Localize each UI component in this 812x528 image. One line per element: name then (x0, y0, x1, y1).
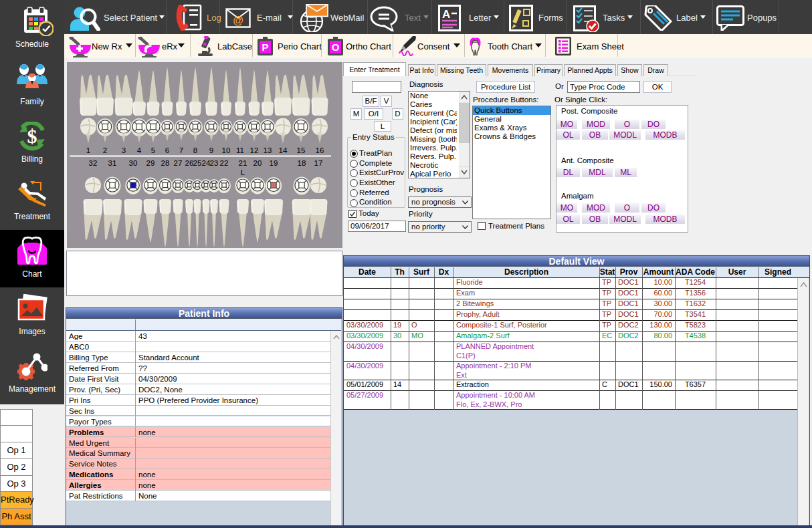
svg-text:17: 17 (314, 159, 323, 167)
svg-text:13: 13 (264, 146, 272, 154)
svg-text:27: 27 (174, 159, 183, 167)
svg-text:20: 20 (253, 159, 262, 167)
svg-text:19: 19 (270, 159, 278, 167)
svg-text:31: 31 (108, 159, 117, 167)
svg-text:25: 25 (193, 159, 202, 167)
svg-text:15: 15 (297, 146, 306, 154)
svg-text:P: P (262, 41, 268, 53)
svg-text:28: 28 (161, 159, 170, 167)
svg-text:9: 9 (209, 146, 213, 154)
svg-text:8: 8 (193, 146, 197, 154)
svg-text:32: 32 (89, 159, 98, 167)
svg-text:3: 3 (122, 146, 126, 154)
svg-text:O: O (332, 41, 340, 53)
svg-text:L: L (241, 168, 245, 176)
svg-text:26: 26 (185, 159, 194, 167)
svg-text:21: 21 (239, 159, 247, 167)
svg-text:2: 2 (103, 146, 107, 154)
svg-text:10: 10 (222, 146, 231, 154)
svg-text:18: 18 (298, 159, 306, 167)
svg-text:7: 7 (179, 146, 183, 154)
svg-text:11: 11 (236, 146, 244, 154)
svg-text:A: A (442, 8, 450, 21)
svg-text:4: 4 (137, 146, 142, 154)
svg-text:22: 22 (220, 159, 229, 167)
svg-text:16: 16 (316, 146, 324, 154)
svg-text:30: 30 (129, 159, 138, 167)
svg-text:23: 23 (210, 159, 219, 167)
svg-text:$: $ (27, 125, 37, 147)
svg-text:29: 29 (146, 159, 155, 167)
svg-text:6: 6 (165, 146, 169, 154)
svg-text:12: 12 (250, 146, 259, 154)
svg-text:5: 5 (151, 146, 155, 154)
svg-text:14: 14 (279, 146, 288, 154)
svg-text:@: @ (233, 15, 243, 26)
svg-text:1: 1 (86, 146, 90, 154)
